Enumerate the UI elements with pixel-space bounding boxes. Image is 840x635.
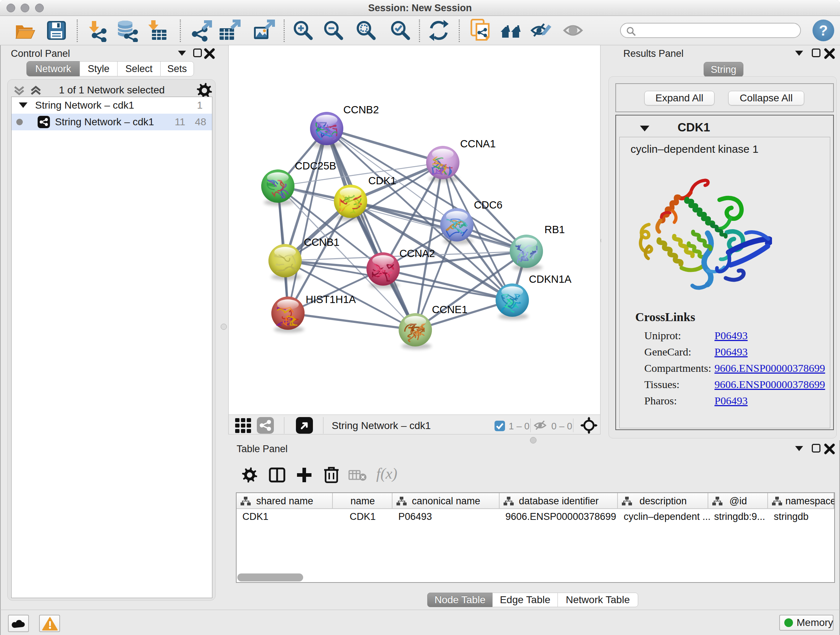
svg-text:CCNA2: CCNA2 [399, 248, 435, 259]
svg-text:RB1: RB1 [545, 224, 565, 235]
svg-text:CCNB1: CCNB1 [304, 236, 339, 248]
svg-text:HIST1H1A: HIST1H1A [306, 294, 356, 305]
svg-text:CDC25B: CDC25B [295, 160, 336, 172]
svg-text:CDC6: CDC6 [474, 199, 502, 211]
svg-text:CDK1: CDK1 [368, 175, 396, 187]
svg-text:CCNE1: CCNE1 [432, 304, 467, 315]
svg-text:CDKN1A: CDKN1A [529, 273, 572, 285]
svg-text:CCNB2: CCNB2 [343, 104, 379, 116]
svg-text:CCNA1: CCNA1 [460, 138, 496, 149]
